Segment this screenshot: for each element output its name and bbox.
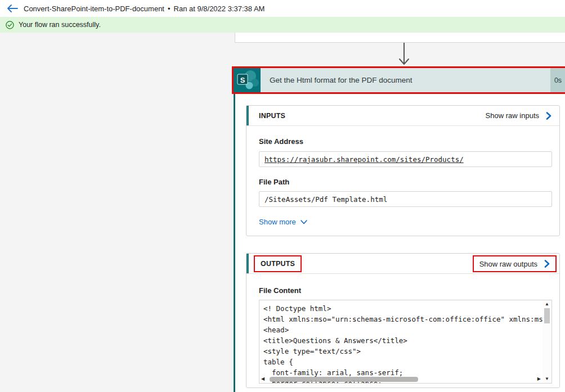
action-card-header[interactable]: S Get the Html format for the PDF docume… xyxy=(232,66,565,94)
show-raw-outputs-annotation: Show raw outputs xyxy=(473,255,557,272)
sharepoint-icon: S xyxy=(234,68,261,92)
outputs-section: OUTPUTS Show raw outputs File Content <!… xyxy=(246,253,560,388)
vertical-scrollbar[interactable]: ▲ ▼ xyxy=(542,300,551,383)
outputs-section-header: OUTPUTS Show raw outputs xyxy=(246,254,559,274)
code-line: <title>Questions & Answers</title> xyxy=(263,335,542,346)
horizontal-scroll-thumb[interactable] xyxy=(270,377,418,382)
file-path-label: File Path xyxy=(259,178,289,186)
back-icon[interactable] xyxy=(7,4,18,12)
svg-text:S: S xyxy=(240,76,245,84)
scroll-up-icon[interactable]: ▲ xyxy=(542,301,551,308)
chevron-right-icon xyxy=(544,260,550,268)
inputs-section-header: INPUTS Show raw inputs xyxy=(246,106,559,126)
show-raw-inputs-link[interactable]: Show raw inputs xyxy=(486,111,551,120)
chevron-down-icon xyxy=(301,220,307,224)
inputs-title: INPUTS xyxy=(259,112,285,120)
site-address-value[interactable]: https://rajasubr.sharepoint.com/sites/Pr… xyxy=(259,151,552,167)
show-raw-inputs-label: Show raw inputs xyxy=(486,111,539,120)
section-accent-bar xyxy=(246,254,249,273)
file-path-value: /SiteAssets/Pdf Template.html xyxy=(259,191,552,207)
show-raw-outputs-label: Show raw outputs xyxy=(479,260,537,268)
code-line: table { xyxy=(263,357,542,367)
horizontal-scrollbar[interactable]: ◀ ▶ xyxy=(259,375,542,383)
code-line: <style type="text/css"> xyxy=(263,346,542,357)
chevron-right-icon xyxy=(546,112,551,120)
outputs-title: OUTPUTS xyxy=(261,260,295,268)
file-content-code: <! Doctype html> <html xmlns:mso="urn:sc… xyxy=(259,300,542,383)
banner-message: Your flow ran successfully. xyxy=(19,21,101,29)
scroll-right-icon[interactable]: ▶ xyxy=(537,375,541,383)
connector-arrow-icon xyxy=(396,43,412,67)
file-content-label: File Content xyxy=(259,286,301,295)
action-duration-badge: 0s xyxy=(550,68,565,92)
flow-title: Convert-SharePoint-item-to-PDF-document xyxy=(24,4,164,13)
scroll-left-icon[interactable]: ◀ xyxy=(261,375,264,383)
site-address-label: Site Address xyxy=(259,137,303,146)
run-breadcrumb: Convert-SharePoint-item-to-PDF-document•… xyxy=(24,4,264,13)
action-title: Get the Html format for the PDF document xyxy=(270,76,412,84)
vertical-scroll-thumb[interactable] xyxy=(544,308,550,323)
success-check-icon xyxy=(6,21,14,29)
file-content-box[interactable]: <! Doctype html> <html xmlns:mso="urn:sc… xyxy=(259,300,552,384)
scroll-down-icon[interactable]: ▼ xyxy=(542,376,551,382)
run-timestamp: Ran at 9/8/2022 3:37:38 AM xyxy=(174,4,265,13)
code-line: <head> xyxy=(263,325,542,335)
section-accent-bar xyxy=(246,106,249,125)
inputs-section: INPUTS Show raw inputs Site Address http… xyxy=(246,105,560,236)
code-line: <! Doctype html> xyxy=(263,303,542,314)
show-raw-outputs-link[interactable]: Show raw outputs xyxy=(479,260,550,268)
success-banner: Your flow ran successfully. xyxy=(0,17,565,33)
previous-card-edge xyxy=(235,33,565,43)
code-line: <html xmlns:mso="urn:schemas-microsoft-c… xyxy=(263,314,542,325)
show-more-link[interactable]: Show more xyxy=(259,218,307,226)
title-separator: • xyxy=(168,4,171,13)
outputs-title-annotation: OUTPUTS xyxy=(254,255,302,272)
top-bar: Convert-SharePoint-item-to-PDF-document•… xyxy=(0,0,565,17)
